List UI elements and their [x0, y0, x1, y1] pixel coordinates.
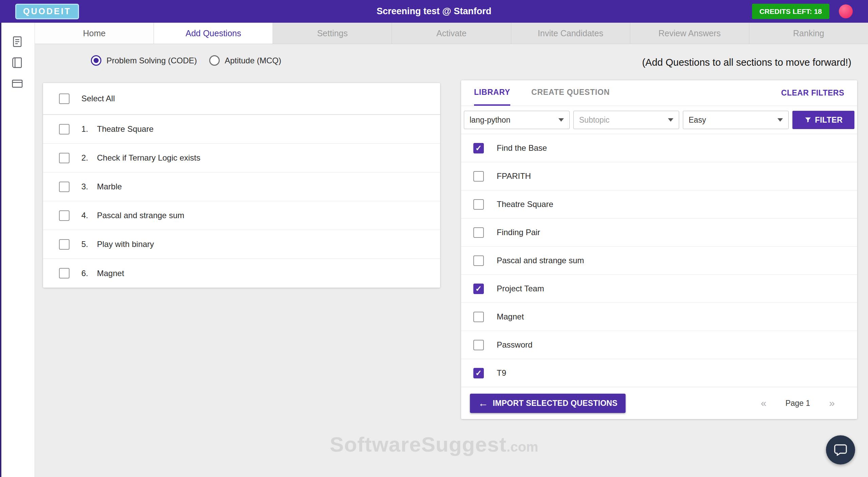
selected-question-list: 1. Theatre Square 2. Check if Ternary Lo… [43, 114, 440, 288]
chevron-down-icon [558, 118, 564, 122]
question-number: 1. [81, 124, 97, 134]
nav-tab[interactable]: Settings [273, 23, 392, 44]
nav-tab-label: Add Questions [185, 28, 241, 38]
question-title: Pascal and strange sum [97, 211, 184, 220]
library-question-checkbox[interactable] [473, 255, 484, 266]
user-avatar[interactable] [839, 4, 853, 18]
nav-tab[interactable]: Review Answers [630, 23, 749, 44]
section-type-radio-group: Problem Solving (CODE) Aptitude (MCQ) [91, 55, 281, 66]
chevron-down-icon [668, 118, 673, 122]
library-tab[interactable]: CREATE QUESTION [531, 80, 610, 106]
document-icon[interactable] [11, 35, 24, 48]
page-title: Screening test @ Stanford [377, 6, 491, 17]
library-question-title: FPARITH [497, 171, 531, 181]
subtopic-filter-placeholder: Subtopic [579, 116, 610, 125]
library-question-checkbox[interactable] [473, 284, 484, 294]
top-header: QUODEIT Screening test @ Stanford CREDIT… [0, 0, 868, 23]
nav-tab-label: Invite Candidates [538, 28, 603, 38]
library-question-list: Find the Base FPARITH Theatre Square Fin… [461, 134, 857, 387]
chevron-down-icon [777, 118, 783, 122]
library-question-title: T9 [497, 368, 506, 378]
card-icon[interactable] [11, 77, 24, 90]
selected-question-row: 2. Check if Ternary Logic exists [43, 144, 440, 172]
chat-launcher-button[interactable] [826, 435, 855, 464]
library-question-title: Password [497, 340, 532, 350]
left-arrow-icon: ← [478, 398, 488, 408]
library-question-checkbox[interactable] [473, 340, 484, 350]
prev-page-button[interactable]: « [761, 398, 767, 408]
select-all-checkbox[interactable] [59, 94, 70, 104]
icon-sidebar [0, 23, 35, 477]
library-question-checkbox[interactable] [473, 199, 484, 210]
question-checkbox[interactable] [59, 182, 70, 192]
question-title: Play with binary [97, 240, 154, 249]
select-all-label: Select All [81, 94, 115, 103]
library-tab-label: LIBRARY [474, 88, 510, 97]
question-title: Magnet [97, 269, 124, 278]
question-checkbox[interactable] [59, 210, 70, 221]
move-forward-notice: (Add Questions to all sections to move f… [642, 57, 851, 68]
library-question-title: Project Team [497, 284, 544, 293]
funnel-icon [804, 116, 812, 124]
library-question-row: Magnet [461, 303, 857, 331]
question-number: 4. [81, 211, 97, 220]
book-icon[interactable] [11, 56, 24, 69]
library-footer: ← IMPORT SELECTED QUESTIONS « Page 1 » [461, 387, 857, 419]
nav-tab[interactable]: Invite Candidates [511, 23, 630, 44]
library-tab[interactable]: LIBRARY [474, 80, 510, 106]
nav-tab[interactable]: Home [35, 23, 154, 44]
selected-question-row: 4. Pascal and strange sum [43, 201, 440, 230]
library-question-checkbox[interactable] [473, 143, 484, 153]
section-type-radio[interactable]: Aptitude (MCQ) [209, 55, 281, 66]
import-selected-questions-button[interactable]: ← IMPORT SELECTED QUESTIONS [470, 394, 626, 413]
question-number: 6. [81, 269, 97, 278]
nav-tab[interactable]: Activate [392, 23, 511, 44]
library-question-checkbox[interactable] [473, 227, 484, 238]
subtopic-filter-select[interactable]: Subtopic [573, 111, 679, 129]
selected-question-row: 5. Play with binary [43, 230, 440, 259]
library-question-title: Theatre Square [497, 200, 553, 209]
selected-questions-panel: Select All 1. Theatre Square 2. Check if… [43, 83, 440, 288]
nav-tab[interactable]: Ranking [749, 23, 868, 44]
credits-left-badge[interactable]: CREDITS LEFT: 18 [752, 4, 829, 19]
library-question-row: FPARITH [461, 162, 857, 190]
question-checkbox[interactable] [59, 153, 70, 163]
nav-tab[interactable]: Add Questions [154, 23, 273, 44]
library-question-checkbox[interactable] [473, 368, 484, 378]
library-question-row: Finding Pair [461, 218, 857, 246]
left-edge-strip [0, 23, 1, 477]
selected-question-row: 1. Theatre Square [43, 115, 440, 144]
section-type-radio[interactable]: Problem Solving (CODE) [91, 55, 197, 66]
main-tab-bar: Home Add Questions Settings Activate Inv… [35, 23, 868, 44]
clear-filters-link[interactable]: CLEAR FILTERS [781, 88, 844, 98]
question-checkbox[interactable] [59, 239, 70, 250]
chat-bubble-icon [833, 442, 848, 457]
language-filter-value: lang-python [470, 116, 510, 125]
difficulty-filter-select[interactable]: Easy [683, 111, 789, 129]
watermark-main: SoftwareSuggest [330, 432, 507, 456]
select-all-row: Select All [43, 83, 440, 114]
page-indicator: Page 1 [785, 399, 810, 408]
library-question-title: Magnet [497, 312, 524, 322]
library-question-row: Theatre Square [461, 190, 857, 218]
next-page-button[interactable]: » [829, 398, 835, 408]
library-question-title: Find the Base [497, 143, 547, 153]
question-number: 5. [81, 240, 97, 249]
language-filter-select[interactable]: lang-python [464, 111, 570, 129]
question-title: Check if Ternary Logic exists [97, 153, 200, 163]
difficulty-filter-value: Easy [689, 116, 706, 125]
question-number: 3. [81, 182, 97, 191]
nav-tab-label: Activate [436, 28, 467, 38]
import-button-label: IMPORT SELECTED QUESTIONS [493, 399, 617, 408]
library-question-row: T9 [461, 359, 857, 387]
question-checkbox[interactable] [59, 124, 70, 134]
library-question-row: Find the Base [461, 134, 857, 162]
filter-button[interactable]: FILTER [792, 111, 854, 129]
watermark-suffix: .com [507, 439, 538, 455]
radio-icon [91, 55, 101, 66]
library-question-checkbox[interactable] [473, 312, 484, 322]
question-checkbox[interactable] [59, 268, 70, 278]
nav-tab-label: Review Answers [658, 28, 721, 38]
selected-question-row: 6. Magnet [43, 259, 440, 288]
library-question-checkbox[interactable] [473, 171, 484, 182]
